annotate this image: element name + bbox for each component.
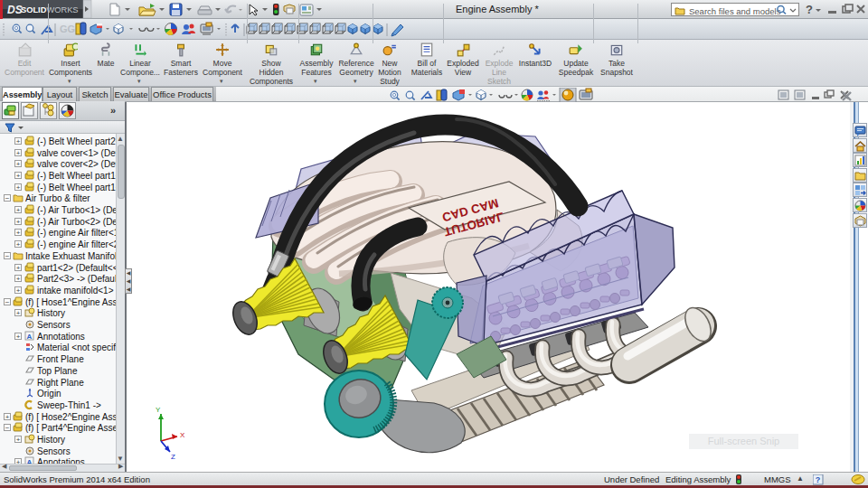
svg-text:Y: Y	[156, 406, 161, 414]
svg-text:Z: Z	[171, 453, 175, 461]
svg-text:A: A	[27, 332, 33, 340]
svg-text:?: ?	[806, 3, 813, 16]
svg-text:?: ?	[816, 475, 821, 484]
svg-text:SOLIDWORKS: SOLIDWORKS	[21, 5, 79, 14]
svg-text:GG: GG	[60, 23, 75, 34]
svg-text:X: X	[180, 431, 185, 439]
